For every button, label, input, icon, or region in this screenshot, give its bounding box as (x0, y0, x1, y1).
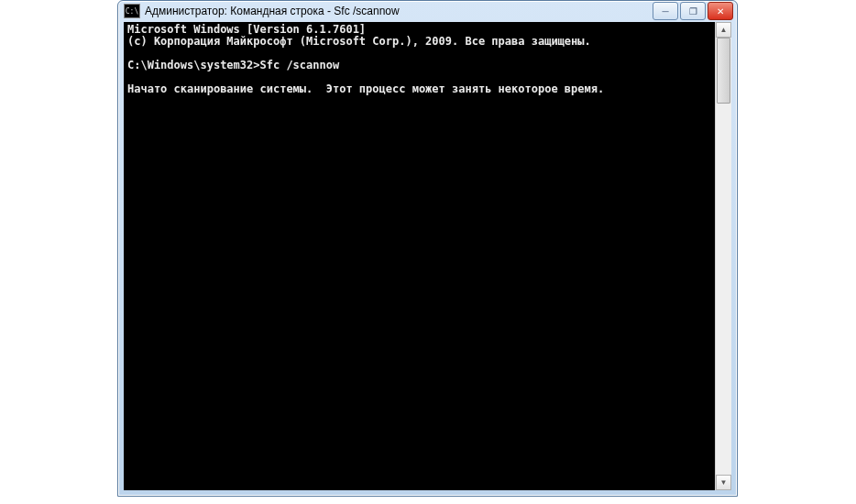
window-controls: ─ ❐ ✕ (653, 2, 733, 20)
command-prompt-window: C:\ Администратор: Командная строка - Sf… (117, 0, 738, 497)
console-line: Начато сканирование системы. Этот процес… (127, 82, 604, 95)
vertical-scrollbar[interactable]: ▲ ▼ (715, 22, 731, 490)
app-icon: C:\ (124, 4, 140, 18)
scroll-down-button[interactable]: ▼ (716, 475, 731, 490)
scroll-track[interactable] (716, 38, 731, 475)
client-area: Microsoft Windows [Version 6.1.7601] (c)… (124, 22, 731, 490)
titlebar[interactable]: C:\ Администратор: Командная строка - Sf… (118, 1, 737, 21)
scroll-thumb[interactable] (717, 38, 730, 104)
console-command: Sfc /scannow (260, 59, 340, 71)
minimize-button[interactable]: ─ (653, 2, 678, 20)
console-line: (c) Корпорация Майкрософт (Microsoft Cor… (127, 35, 591, 48)
maximize-button[interactable]: ❐ (680, 2, 706, 20)
console-output[interactable]: Microsoft Windows [Version 6.1.7601] (c)… (124, 22, 715, 490)
window-title: Администратор: Командная строка - Sfc /s… (145, 5, 735, 17)
console-prompt: C:\Windows\system32> (127, 59, 260, 71)
console-line: Microsoft Windows [Version 6.1.7601] (127, 23, 366, 36)
scroll-up-button[interactable]: ▲ (716, 22, 731, 38)
close-button[interactable]: ✕ (708, 2, 733, 20)
